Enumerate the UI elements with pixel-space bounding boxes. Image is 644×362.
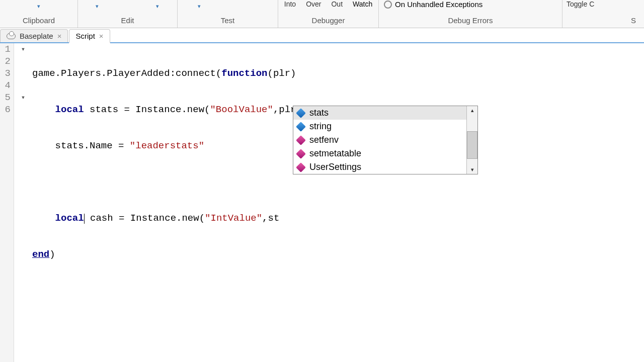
ribbon-label-debugger: Debugger <box>312 16 345 27</box>
ribbon-label-clipboard: Clipboard <box>23 16 55 27</box>
radio-icon[interactable] <box>384 1 392 9</box>
editor-tab-bar: Baseplate × Script × <box>0 28 644 43</box>
function-icon <box>296 162 306 172</box>
autocomplete-scrollbar[interactable]: ▴ ▾ <box>466 106 477 174</box>
chevron-down-icon[interactable]: ▾ <box>156 3 159 10</box>
autocomplete-popup[interactable]: stats string setfenv setmetatable UserSe… <box>293 106 478 174</box>
code-editor[interactable]: 1 2 3 4 5 6 game.Players.PlayerAdded:con… <box>0 43 644 362</box>
tab-baseplate[interactable]: Baseplate × <box>0 29 68 42</box>
autocomplete-list: stats string setfenv setmetatable UserSe… <box>293 106 466 174</box>
toggle-comment-button[interactable]: Toggle C <box>567 0 594 8</box>
ribbon-group-clipboard[interactable]: ▾ Clipboard <box>0 0 78 28</box>
chevron-down-icon[interactable]: ▾ <box>96 3 99 10</box>
ribbon-group-debug-errors: On Unhandled Exceptions Debug Errors <box>379 0 562 28</box>
debugger-watch[interactable]: Watch <box>353 0 372 8</box>
scroll-up-icon[interactable]: ▴ <box>467 106 477 115</box>
fold-column <box>14 43 32 362</box>
scrollbar-track[interactable] <box>467 115 477 165</box>
debugger-step-into[interactable]: Into <box>284 0 296 8</box>
close-icon[interactable]: × <box>99 32 104 40</box>
autocomplete-item[interactable]: stats <box>293 106 466 120</box>
cloud-icon <box>7 33 16 39</box>
line-number-gutter: 1 2 3 4 5 6 <box>0 43 14 362</box>
close-icon[interactable]: × <box>57 32 62 40</box>
fold-arrow-icon[interactable] <box>14 43 32 55</box>
ribbon-label-settings: S <box>631 16 638 27</box>
ribbon-group-settings: Toggle C S <box>562 0 643 28</box>
fold-arrow-icon[interactable] <box>14 92 32 104</box>
variable-icon <box>296 122 306 132</box>
function-icon <box>296 149 306 159</box>
debugger-step-over[interactable]: Over <box>306 0 321 8</box>
tab-script[interactable]: Script × <box>69 29 110 43</box>
tab-label: Script <box>75 32 95 40</box>
ribbon-group-edit[interactable]: ▾ ▾ Edit <box>78 0 178 28</box>
ribbon-label-edit: Edit <box>121 16 134 27</box>
function-icon <box>296 135 306 145</box>
variable-icon <box>296 108 306 118</box>
autocomplete-item[interactable]: UserSettings <box>293 160 466 174</box>
ribbon-group-debugger: Into Over Out Watch Debugger <box>278 0 379 28</box>
autocomplete-item[interactable]: string <box>293 120 466 133</box>
debug-errors-option[interactable]: On Unhandled Exceptions <box>384 0 482 9</box>
chevron-down-icon[interactable]: ▾ <box>37 3 40 10</box>
code-content[interactable]: game.Players.PlayerAdded:connect(functio… <box>32 43 644 362</box>
autocomplete-item[interactable]: setfenv <box>293 133 466 147</box>
ribbon-toolbar: ▾ Clipboard ▾ ▾ Edit ▾ Test Into Over Ou… <box>0 0 644 28</box>
scrollbar-thumb[interactable] <box>467 131 477 159</box>
debugger-step-out[interactable]: Out <box>331 0 343 8</box>
autocomplete-item[interactable]: setmetatable <box>293 147 466 160</box>
ribbon-label-test: Test <box>221 16 235 27</box>
tab-label: Baseplate <box>20 32 53 40</box>
ribbon-group-test[interactable]: ▾ Test <box>178 0 278 28</box>
scroll-down-icon[interactable]: ▾ <box>467 165 477 174</box>
chevron-down-icon[interactable]: ▾ <box>198 3 201 10</box>
ribbon-label-debug-errors: Debug Errors <box>448 16 493 27</box>
